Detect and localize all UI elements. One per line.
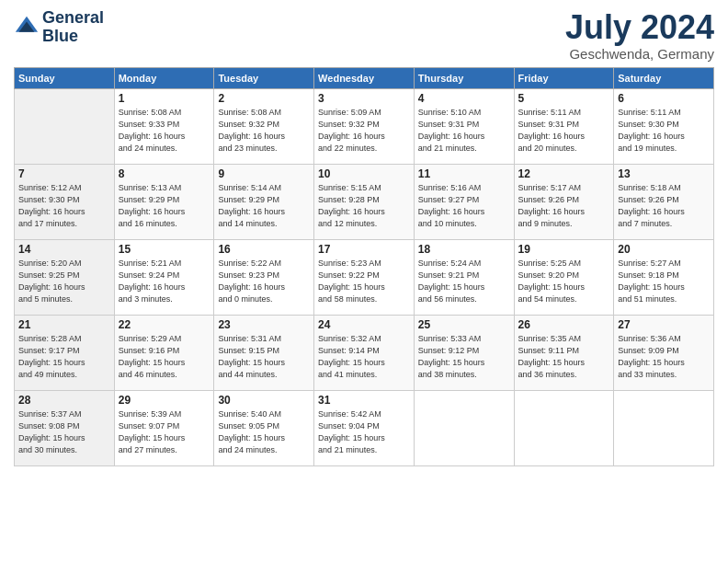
day-info: Sunrise: 5:35 AM Sunset: 9:11 PM Dayligh…: [518, 333, 610, 381]
calendar-cell: 9Sunrise: 5:14 AM Sunset: 9:29 PM Daylig…: [214, 164, 314, 239]
calendar-cell: 21Sunrise: 5:28 AM Sunset: 9:17 PM Dayli…: [15, 315, 115, 390]
day-number: 1: [119, 92, 210, 105]
calendar-week-row: 1Sunrise: 5:08 AM Sunset: 9:33 PM Daylig…: [15, 88, 714, 164]
calendar-cell: 11Sunrise: 5:16 AM Sunset: 9:27 PM Dayli…: [414, 164, 514, 239]
day-number: 4: [418, 92, 510, 105]
day-info: Sunrise: 5:12 AM Sunset: 9:30 PM Dayligh…: [18, 182, 110, 230]
calendar-cell: 24Sunrise: 5:32 AM Sunset: 9:14 PM Dayli…: [314, 315, 415, 390]
day-info: Sunrise: 5:15 AM Sunset: 9:28 PM Dayligh…: [318, 182, 410, 230]
day-number: 9: [218, 167, 310, 180]
calendar-cell: 15Sunrise: 5:21 AM Sunset: 9:24 PM Dayli…: [114, 239, 214, 315]
calendar-cell: 23Sunrise: 5:31 AM Sunset: 9:15 PM Dayli…: [214, 315, 314, 390]
day-info: Sunrise: 5:10 AM Sunset: 9:31 PM Dayligh…: [418, 107, 510, 155]
day-info: Sunrise: 5:27 AM Sunset: 9:18 PM Dayligh…: [618, 258, 710, 305]
day-number: 14: [18, 243, 110, 256]
calendar-cell: 3Sunrise: 5:09 AM Sunset: 9:32 PM Daylig…: [314, 88, 415, 164]
day-number: 31: [318, 394, 410, 407]
calendar-cell: 4Sunrise: 5:10 AM Sunset: 9:31 PM Daylig…: [414, 88, 514, 164]
day-number: 22: [119, 318, 210, 331]
day-info: Sunrise: 5:39 AM Sunset: 9:07 PM Dayligh…: [119, 408, 210, 456]
day-number: 23: [218, 318, 310, 331]
day-info: Sunrise: 5:33 AM Sunset: 9:12 PM Dayligh…: [418, 333, 510, 381]
day-number: 15: [119, 243, 210, 256]
day-info: Sunrise: 5:25 AM Sunset: 9:20 PM Dayligh…: [518, 258, 610, 305]
calendar-cell: [15, 88, 115, 164]
day-info: Sunrise: 5:22 AM Sunset: 9:23 PM Dayligh…: [218, 258, 310, 305]
calendar-week-row: 7Sunrise: 5:12 AM Sunset: 9:30 PM Daylig…: [15, 164, 714, 239]
calendar-cell: 7Sunrise: 5:12 AM Sunset: 9:30 PM Daylig…: [15, 164, 115, 239]
day-info: Sunrise: 5:31 AM Sunset: 9:15 PM Dayligh…: [218, 333, 310, 381]
day-info: Sunrise: 5:37 AM Sunset: 9:08 PM Dayligh…: [18, 408, 110, 456]
calendar-cell: 1Sunrise: 5:08 AM Sunset: 9:33 PM Daylig…: [114, 88, 214, 164]
day-info: Sunrise: 5:18 AM Sunset: 9:26 PM Dayligh…: [618, 182, 710, 230]
day-info: Sunrise: 5:40 AM Sunset: 9:05 PM Dayligh…: [218, 408, 310, 456]
logo-text: General Blue: [42, 9, 104, 46]
day-header: Wednesday: [314, 67, 415, 88]
day-number: 29: [119, 394, 210, 407]
day-info: Sunrise: 5:11 AM Sunset: 9:30 PM Dayligh…: [618, 107, 710, 155]
day-info: Sunrise: 5:21 AM Sunset: 9:24 PM Dayligh…: [119, 258, 210, 305]
calendar-cell: 19Sunrise: 5:25 AM Sunset: 9:20 PM Dayli…: [514, 239, 614, 315]
day-number: 27: [618, 318, 710, 331]
calendar-cell: 30Sunrise: 5:40 AM Sunset: 9:05 PM Dayli…: [214, 390, 314, 465]
day-info: Sunrise: 5:13 AM Sunset: 9:29 PM Dayligh…: [119, 182, 210, 230]
day-number: 24: [318, 318, 410, 331]
location: Geschwenda, Germany: [565, 46, 714, 62]
day-number: 25: [418, 318, 510, 331]
calendar-cell: 20Sunrise: 5:27 AM Sunset: 9:18 PM Dayli…: [614, 239, 714, 315]
day-number: 18: [418, 243, 510, 256]
calendar-week-row: 21Sunrise: 5:28 AM Sunset: 9:17 PM Dayli…: [15, 315, 714, 390]
calendar-cell: 28Sunrise: 5:37 AM Sunset: 9:08 PM Dayli…: [15, 390, 115, 465]
day-info: Sunrise: 5:09 AM Sunset: 9:32 PM Dayligh…: [318, 107, 410, 155]
calendar-cell: 12Sunrise: 5:17 AM Sunset: 9:26 PM Dayli…: [514, 164, 614, 239]
header: General Blue July 2024 Geschwenda, Germa…: [14, 9, 714, 62]
day-info: Sunrise: 5:14 AM Sunset: 9:29 PM Dayligh…: [218, 182, 310, 230]
calendar-week-row: 14Sunrise: 5:20 AM Sunset: 9:25 PM Dayli…: [15, 239, 714, 315]
logo-line1: General: [42, 9, 104, 28]
day-info: Sunrise: 5:28 AM Sunset: 9:17 PM Dayligh…: [18, 333, 110, 381]
calendar-cell: 16Sunrise: 5:22 AM Sunset: 9:23 PM Dayli…: [214, 239, 314, 315]
day-info: Sunrise: 5:08 AM Sunset: 9:33 PM Dayligh…: [119, 107, 210, 155]
month-year: July 2024: [565, 9, 714, 46]
logo-line2: Blue: [42, 28, 104, 46]
logo-icon: [14, 15, 40, 40]
day-number: 20: [618, 243, 710, 256]
day-info: Sunrise: 5:08 AM Sunset: 9:32 PM Dayligh…: [218, 107, 310, 155]
day-header: Saturday: [614, 67, 714, 88]
calendar-cell: 27Sunrise: 5:36 AM Sunset: 9:09 PM Dayli…: [614, 315, 714, 390]
calendar-cell: 6Sunrise: 5:11 AM Sunset: 9:30 PM Daylig…: [614, 88, 714, 164]
calendar-header-row: SundayMondayTuesdayWednesdayThursdayFrid…: [15, 67, 714, 88]
calendar-cell: [414, 390, 514, 465]
day-number: 17: [318, 243, 410, 256]
day-number: 11: [418, 167, 510, 180]
calendar-week-row: 28Sunrise: 5:37 AM Sunset: 9:08 PM Dayli…: [15, 390, 714, 465]
day-header: Friday: [514, 67, 614, 88]
calendar-cell: 13Sunrise: 5:18 AM Sunset: 9:26 PM Dayli…: [614, 164, 714, 239]
calendar-cell: 17Sunrise: 5:23 AM Sunset: 9:22 PM Dayli…: [314, 239, 415, 315]
day-info: Sunrise: 5:16 AM Sunset: 9:27 PM Dayligh…: [418, 182, 510, 230]
day-info: Sunrise: 5:42 AM Sunset: 9:04 PM Dayligh…: [318, 408, 410, 456]
day-info: Sunrise: 5:11 AM Sunset: 9:31 PM Dayligh…: [518, 107, 610, 155]
day-number: 5: [518, 92, 610, 105]
calendar-table: SundayMondayTuesdayWednesdayThursdayFrid…: [14, 67, 714, 466]
day-number: 2: [218, 92, 310, 105]
calendar-cell: 29Sunrise: 5:39 AM Sunset: 9:07 PM Dayli…: [114, 390, 214, 465]
calendar-cell: 14Sunrise: 5:20 AM Sunset: 9:25 PM Dayli…: [15, 239, 115, 315]
calendar-cell: 26Sunrise: 5:35 AM Sunset: 9:11 PM Dayli…: [514, 315, 614, 390]
calendar-body: 1Sunrise: 5:08 AM Sunset: 9:33 PM Daylig…: [15, 88, 714, 465]
day-number: 12: [518, 167, 610, 180]
day-number: 28: [18, 394, 110, 407]
day-header: Monday: [114, 67, 214, 88]
title-block: July 2024 Geschwenda, Germany: [565, 9, 714, 62]
calendar-cell: 22Sunrise: 5:29 AM Sunset: 9:16 PM Dayli…: [114, 315, 214, 390]
day-number: 3: [318, 92, 410, 105]
day-info: Sunrise: 5:23 AM Sunset: 9:22 PM Dayligh…: [318, 258, 410, 305]
calendar-cell: [614, 390, 714, 465]
day-number: 6: [618, 92, 710, 105]
calendar-cell: 2Sunrise: 5:08 AM Sunset: 9:32 PM Daylig…: [214, 88, 314, 164]
logo: General Blue: [14, 9, 104, 46]
day-info: Sunrise: 5:29 AM Sunset: 9:16 PM Dayligh…: [119, 333, 210, 381]
day-number: 26: [518, 318, 610, 331]
day-header: Tuesday: [214, 67, 314, 88]
calendar-cell: [514, 390, 614, 465]
